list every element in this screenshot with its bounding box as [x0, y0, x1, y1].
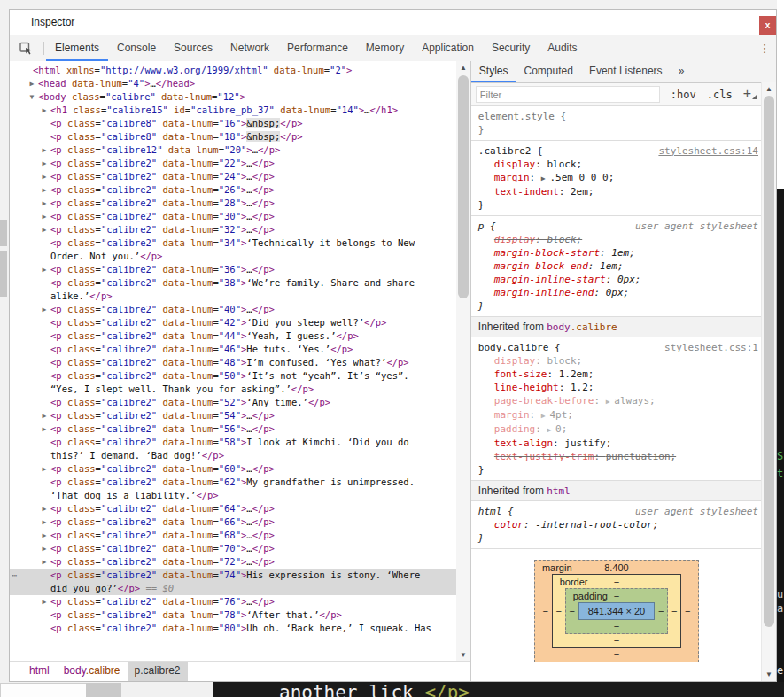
expand-arrow-icon[interactable]: ▶ — [39, 223, 50, 236]
dom-tree-row[interactable]: ▶<p class="calibre2" data-lnum="54">…</p… — [10, 409, 456, 422]
margin-top-value[interactable]: 8.400 — [604, 562, 629, 573]
collapse-arrow-icon[interactable]: ▼ — [27, 90, 37, 104]
css-property[interactable]: margin-inline-start: 0px; — [478, 273, 758, 286]
dom-tree-row[interactable]: ▶<p class="calibre2" data-lnum="56">…</p… — [10, 422, 456, 436]
stylesheet-link[interactable]: stylesheet.css:1 — [664, 341, 758, 354]
styles-filter-input[interactable] — [476, 86, 660, 103]
styles-scrollbar[interactable]: ▲ ▼ — [761, 82, 776, 681]
dom-tree-row[interactable]: ▶<p class="calibre2" data-lnum="60">…</p… — [10, 462, 456, 476]
tab-security[interactable]: Security — [483, 35, 539, 61]
subtab-event-listeners[interactable]: Event Listeners — [581, 61, 671, 82]
expand-arrow-icon[interactable]: ▶ — [39, 502, 50, 515]
subtab-computed[interactable]: Computed — [516, 61, 581, 82]
dom-tree-row[interactable]: ▶<p class="calibre2" data-lnum="76">…</p… — [10, 595, 456, 608]
expand-value-icon[interactable]: ▶ — [606, 398, 615, 406]
dom-tree-row[interactable]: ▶<p class="calibre2" data-lnum="66">…</p… — [10, 515, 456, 529]
toggle-hover-state-button[interactable]: :hov — [671, 89, 696, 101]
scrollbar-thumb[interactable] — [764, 96, 774, 627]
rule-selector[interactable]: p { — [478, 220, 496, 233]
dom-tree-row[interactable]: <p class="calibre2" data-lnum="48">I’m c… — [10, 356, 456, 369]
expand-value-icon[interactable]: ▶ — [547, 426, 555, 434]
dom-tree-row[interactable]: <p class="calibre2" data-lnum="80">Uh oh… — [10, 622, 456, 635]
css-property[interactable]: page-break-before: ▶ always; — [478, 394, 758, 408]
margin-right-value[interactable]: − — [681, 606, 694, 616]
tab-performance[interactable]: Performance — [278, 35, 357, 61]
dom-tree-row[interactable]: <p class="calibre2" data-lnum="44">‘Yeah… — [10, 329, 456, 343]
dom-tree-row[interactable]: ▶<p class="calibre2" data-lnum="72">…</p… — [10, 555, 456, 569]
expand-arrow-icon[interactable]: ▶ — [39, 143, 50, 157]
padding-left-value[interactable]: − — [566, 606, 578, 616]
css-property[interactable]: display: block; — [478, 233, 758, 246]
dom-tree-row[interactable]: <p class="calibre2" data-lnum="58">I loo… — [10, 436, 456, 462]
css-property[interactable]: margin: ▶ 4pt; — [478, 408, 758, 422]
margin-left-value[interactable]: − — [539, 606, 552, 616]
dom-tree-row[interactable]: <p class="calibre2" data-lnum="46">He tu… — [10, 343, 456, 356]
tab-audits[interactable]: Audits — [539, 35, 586, 61]
expand-arrow-icon[interactable]: ▶ — [27, 77, 37, 90]
border-left-value[interactable]: − — [553, 606, 565, 616]
scroll-up-icon[interactable]: ▲ — [762, 85, 776, 93]
expand-arrow-icon[interactable]: ▶ — [39, 422, 50, 436]
rule-selector[interactable]: element.style { — [478, 110, 566, 123]
dom-tree-row[interactable]: <p class="calibre2" data-lnum="42">‘Did … — [10, 316, 456, 329]
tab-sources[interactable]: Sources — [165, 35, 221, 61]
tab-memory[interactable]: Memory — [357, 35, 413, 61]
dom-tree-row[interactable]: ▼<body class="calibre" data-lnum="12"> — [10, 90, 456, 104]
dom-tree-row[interactable]: ▶<p class="calibre2" data-lnum="40">…</p… — [10, 303, 456, 316]
expand-arrow-icon[interactable]: ▶ — [39, 462, 50, 476]
subtab-styles[interactable]: Styles — [471, 61, 516, 82]
padding-bottom-value[interactable]: − — [566, 620, 668, 633]
dom-tree-row[interactable]: ▶<p class="calibre12" data-lnum="20">…</… — [10, 143, 456, 157]
node-link[interactable]: body.calibre — [547, 321, 617, 333]
new-style-rule-button[interactable]: + — [743, 86, 751, 102]
inspect-element-button[interactable] — [10, 35, 42, 61]
breadcrumb-item[interactable]: html — [22, 662, 57, 681]
expand-arrow-icon[interactable]: ▶ — [39, 303, 50, 316]
dom-tree-row[interactable]: <html xmlns="http://www.w3.org/1999/xhtm… — [10, 64, 456, 77]
expand-arrow-icon[interactable]: ▶ — [39, 210, 50, 223]
dom-tree-row[interactable]: ▶<p class="calibre2" data-lnum="28">…</p… — [10, 197, 456, 210]
box-model-margin[interactable]: margin8.400 − border− − padding− — [534, 560, 699, 662]
scrollbar-thumb[interactable] — [458, 75, 469, 298]
css-property[interactable]: margin-block-start: 1em; — [478, 246, 758, 259]
padding-right-value[interactable]: − — [655, 606, 667, 616]
toggle-class-button[interactable]: .cls — [707, 89, 733, 101]
dom-tree-row[interactable]: <p class="calibre2" data-lnum="38">‘We’r… — [10, 276, 456, 303]
dom-tree-row[interactable]: ▶<p class="calibre2" data-lnum="36">…</p… — [10, 263, 456, 276]
rule-selector[interactable]: .calibre2 { — [478, 144, 543, 158]
expand-arrow-icon[interactable]: ▶ — [39, 542, 50, 555]
expand-arrow-icon[interactable]: ▶ — [39, 595, 50, 608]
expand-arrow-icon[interactable]: ▶ — [39, 170, 50, 183]
border-right-value[interactable]: − — [668, 606, 680, 616]
dom-tree-row[interactable]: <p class="calibre2" data-lnum="78">‘Afte… — [10, 608, 456, 622]
breadcrumb-item[interactable]: body.calibre — [57, 662, 128, 681]
dom-tree-row[interactable]: ▶<p class="calibre2" data-lnum="24">…</p… — [10, 170, 456, 183]
dom-tree-row[interactable]: ⋯<p class="calibre2" data-lnum="74">His … — [10, 569, 456, 595]
close-button[interactable]: x — [759, 16, 776, 35]
expand-arrow-icon[interactable]: ▶ — [39, 529, 50, 542]
dom-tree-row[interactable]: ▶<p class="calibre2" data-lnum="30">…</p… — [10, 210, 456, 223]
tab-application[interactable]: Application — [413, 35, 483, 61]
css-property[interactable]: ⚠text-justify-trim: punctuation; — [478, 450, 758, 463]
rule-selector[interactable]: body.calibre { — [478, 341, 561, 354]
dom-tree-row[interactable]: ▶<p class="calibre2" data-lnum="64">…</p… — [10, 502, 456, 515]
css-property[interactable]: font-size: 1.2em; — [478, 368, 758, 381]
css-property[interactable]: text-indent: 2em; — [478, 185, 758, 198]
border-bottom-value[interactable]: − — [553, 634, 681, 647]
dom-tree-row[interactable]: <p class="calibre8" data-lnum="16">&nbsp… — [10, 117, 456, 130]
css-property[interactable]: line-height: 1.2; — [478, 381, 758, 394]
stylesheet-link[interactable]: stylesheet.css:14 — [658, 144, 758, 158]
more-actions-icon[interactable]: ⋯ — [12, 569, 18, 582]
rule-selector[interactable]: html { — [478, 505, 514, 518]
expand-arrow-icon[interactable]: ▶ — [39, 263, 50, 276]
dom-tree-row[interactable]: <p class="calibre8" data-lnum="18">&nbsp… — [10, 130, 456, 143]
box-model-border[interactable]: border− − padding− − 841.344 × 20 − — [552, 574, 682, 648]
breadcrumb-item[interactable]: p.calibre2 — [128, 662, 188, 681]
box-model-padding[interactable]: padding− − 841.344 × 20 − − — [565, 588, 669, 634]
more-subtabs-icon[interactable]: » — [671, 61, 693, 82]
padding-top-value[interactable]: − — [614, 591, 619, 601]
css-property[interactable]: margin: ▶ .5em 0 0 0; — [478, 171, 758, 185]
dom-tree-row[interactable]: ▶<h1 class="calibre15" id="calibre_pb_37… — [10, 104, 456, 117]
css-property[interactable]: padding: ▶ 0; — [478, 422, 758, 437]
dom-tree-row[interactable]: <p class="calibre2" data-lnum="34">‘Tech… — [10, 236, 456, 263]
